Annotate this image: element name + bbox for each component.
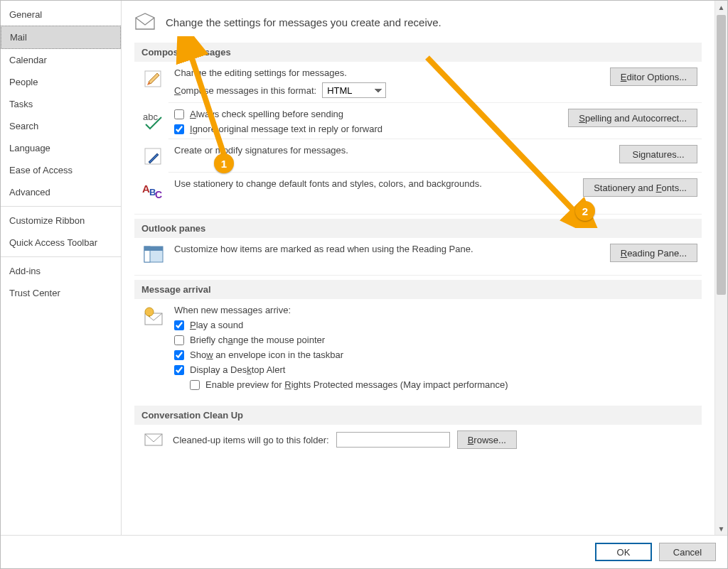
sidebar-item-advanced[interactable]: Advanced (1, 181, 121, 203)
brief-change-checkbox[interactable]: Briefly change the mouse pointer (174, 335, 702, 345)
edit-icon (141, 67, 166, 90)
signatures-button[interactable]: Signatures... (619, 145, 697, 163)
stationery-desc: Use stationery to change default fonts a… (174, 178, 574, 189)
annotation-badge-1: 1 (214, 153, 234, 173)
envelope-icon (134, 12, 156, 33)
sidebar-item-search[interactable]: Search (1, 115, 121, 137)
play-sound-checkbox[interactable]: Play a sound (174, 320, 702, 330)
page-title: Change the settings for messages you cre… (166, 16, 441, 28)
envelope-small-icon (141, 433, 166, 446)
always-check-spelling-checkbox[interactable]: Always check spelling before sending (174, 109, 560, 119)
annotation-badge-2: 2 (575, 201, 595, 221)
ignore-original-checkbox[interactable]: Ignore original message text in reply or… (174, 124, 560, 134)
scroll-down-icon[interactable]: ▼ (715, 522, 727, 535)
sidebar-item-add-ins[interactable]: Add-ins (1, 260, 121, 282)
section-compose: Compose messages Change the editing sett… (134, 43, 702, 215)
compose-format-combo[interactable]: HTML (322, 82, 386, 98)
vertical-scrollbar[interactable]: ▲ ▼ (714, 1, 727, 535)
sidebar-item-ease-of-access[interactable]: Ease of Access (1, 159, 121, 181)
sidebar-item-quick-access[interactable]: Quick Access Toolbar (1, 232, 121, 254)
svg-rect-2 (145, 148, 161, 164)
options-sidebar: General Mail Calendar People Tasks Searc… (1, 1, 122, 535)
options-main: Change the settings for messages you cre… (122, 1, 727, 535)
section-header-cleanup: Conversation Clean Up (134, 406, 702, 425)
sidebar-item-customize-ribbon[interactable]: Customize Ribbon (1, 210, 121, 232)
options-dialog: General Mail Calendar People Tasks Searc… (0, 0, 728, 569)
divider (1, 206, 121, 207)
svg-rect-11 (149, 315, 150, 317)
envelope-taskbar-checkbox[interactable]: Show an envelope icon in the taskbar (174, 349, 702, 360)
svg-text:abc: abc (143, 112, 158, 122)
section-header-arrival: Message arrival (134, 280, 702, 299)
cleanup-desc: Cleaned-up items will go to this folder: (173, 435, 329, 445)
preview-rights-checkbox[interactable]: Enable preview for Rights Protected mess… (190, 379, 702, 390)
sidebar-item-language[interactable]: Language (1, 137, 121, 159)
editing-desc: Change the editing settings for messages… (174, 67, 601, 78)
sidebar-item-calendar[interactable]: Calendar (1, 49, 121, 71)
panes-icon (141, 244, 166, 264)
sidebar-item-mail[interactable]: Mail (1, 26, 121, 49)
sidebar-item-tasks[interactable]: Tasks (1, 93, 121, 115)
ok-button[interactable]: OK (595, 543, 652, 561)
signatures-desc: Create or modify signatures for messages… (174, 145, 611, 156)
sidebar-item-general[interactable]: General (1, 4, 121, 26)
cleanup-folder-input[interactable] (336, 432, 450, 448)
dialog-footer: OK Cancel (1, 535, 727, 568)
editor-options-button[interactable]: Editor Options... (610, 67, 697, 86)
section-panes: Outlook panes Customize how items are ma… (134, 219, 702, 276)
page-header: Change the settings for messages you cre… (134, 12, 702, 33)
svg-point-10 (145, 308, 154, 316)
section-header-panes: Outlook panes (134, 219, 702, 238)
stationery-fonts-button[interactable]: Stationery and Fonts... (583, 178, 697, 197)
panes-desc: Customize how items are marked as read w… (174, 244, 601, 254)
cancel-button[interactable]: Cancel (659, 543, 716, 561)
desktop-alert-checkbox[interactable]: Display a Desktop Alert (174, 364, 702, 375)
scroll-up-icon[interactable]: ▲ (715, 1, 727, 13)
sidebar-item-trust-center[interactable]: Trust Center (1, 282, 121, 304)
divider (1, 256, 121, 257)
browse-button[interactable]: Browse... (457, 430, 517, 449)
signature-icon (141, 145, 166, 168)
svg-rect-8 (144, 246, 163, 251)
reading-pane-button[interactable]: Reading Pane... (610, 244, 697, 262)
spelling-autocorrect-button[interactable]: Spelling and Autocorrect... (568, 109, 697, 127)
svg-rect-12 (145, 434, 162, 445)
scroll-track[interactable] (715, 13, 727, 522)
abc-check-icon: abc (141, 109, 166, 131)
section-cleanup: Conversation Clean Up Cleaned-up items w… (134, 406, 702, 449)
bell-envelope-icon (141, 305, 166, 327)
section-header-compose: Compose messages (134, 43, 702, 62)
svg-text:C: C (155, 189, 162, 200)
stationery-icon: ABC (141, 178, 166, 200)
sidebar-item-people[interactable]: People (1, 71, 121, 93)
compose-format-label: Compose messages in this format: (174, 85, 316, 96)
scroll-thumb[interactable] (717, 15, 726, 295)
arrival-intro: When new messages arrive: (174, 305, 702, 315)
section-arrival: Message arrival When new messages arrive… (134, 280, 702, 401)
